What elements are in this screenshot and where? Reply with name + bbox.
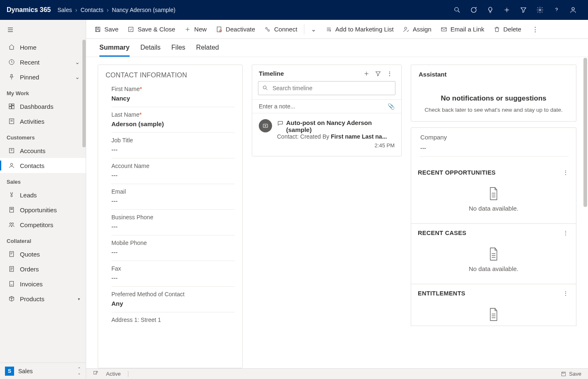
- button-label: Assign: [413, 26, 431, 33]
- tab-files[interactable]: Files: [171, 44, 186, 57]
- connect-button[interactable]: Connect: [264, 26, 297, 33]
- area-switcher[interactable]: S Sales ⌃⌄: [0, 362, 86, 379]
- button-label: Email a Link: [451, 26, 484, 33]
- sidebar-scrollbar[interactable]: [82, 40, 86, 362]
- timeline-card: Timeline ⋮ Enter a note... 📎 Auto-: [252, 65, 402, 156]
- breadcrumb-item[interactable]: Sales: [58, 7, 72, 13]
- breadcrumb-item[interactable]: Contacts: [80, 7, 103, 13]
- sidebar-item-label: Recent: [20, 59, 40, 66]
- overflow-menu[interactable]: ⋮: [532, 26, 538, 33]
- field-value: Nancy: [111, 95, 235, 102]
- popout-icon[interactable]: [93, 370, 99, 377]
- target-icon[interactable]: [465, 0, 482, 20]
- field-fax[interactable]: Fax ---: [111, 261, 235, 287]
- person-icon[interactable]: [565, 0, 581, 20]
- sidebar-item-opportunities[interactable]: Opportunities: [0, 202, 86, 217]
- related-panels: Company --- RECENT OPPORTUNITIES ⋮ No da…: [411, 127, 576, 326]
- paperclip-icon[interactable]: 📎: [388, 103, 395, 110]
- tab-related[interactable]: Related: [196, 44, 219, 57]
- sidebar-item-accounts[interactable]: Accounts: [0, 143, 86, 158]
- timeline-note-input[interactable]: Enter a note... 📎: [252, 99, 401, 113]
- panel-more-button[interactable]: ⋮: [563, 230, 569, 236]
- sidebar-item-leads[interactable]: Leads: [0, 187, 86, 202]
- sidebar-section-title: Sales: [0, 173, 86, 187]
- sidebar-item-dashboards[interactable]: Dashboards: [0, 99, 86, 114]
- status-save-button[interactable]: Save: [561, 371, 581, 377]
- field-last-name[interactable]: Last Name* Aderson (sample): [111, 107, 235, 133]
- timeline-title: Timeline: [259, 70, 284, 77]
- sidebar-item-label: Dashboards: [20, 103, 53, 110]
- timeline-search[interactable]: [258, 81, 395, 95]
- sidebar-item-contacts[interactable]: Contacts: [0, 158, 86, 173]
- field-value: ---: [111, 274, 235, 281]
- new-button[interactable]: New: [184, 26, 207, 33]
- sidebar-item-products[interactable]: Products ▾: [0, 291, 86, 306]
- panel-more-button[interactable]: ⋮: [563, 290, 569, 297]
- sidebar-item-recent[interactable]: Recent ⌄: [0, 55, 86, 70]
- hamburger-icon[interactable]: [0, 20, 86, 40]
- panel-recent-opportunities: RECENT OPPORTUNITIES ⋮ No data available…: [411, 163, 576, 224]
- deactivate-button[interactable]: Deactivate: [216, 26, 255, 33]
- contact-info-card: CONTACT INFORMATION First Name* Nancy La…: [98, 65, 243, 368]
- field-business-phone[interactable]: Business Phone ---: [111, 210, 235, 235]
- document-icon: [488, 307, 499, 321]
- breadcrumb-item[interactable]: Nancy Aderson (sample): [112, 7, 175, 13]
- help-icon[interactable]: [548, 0, 565, 20]
- timeline-search-input[interactable]: [258, 81, 395, 95]
- svg-rect-38: [96, 27, 99, 28]
- field-job-title[interactable]: Job Title ---: [111, 133, 235, 158]
- email-a-link-button[interactable]: Email a Link: [441, 26, 484, 33]
- panel-empty-message: No data available.: [418, 205, 569, 212]
- gear-icon[interactable]: [532, 0, 548, 20]
- connect-dropdown[interactable]: ⌄: [311, 26, 316, 33]
- timeline-item-title: Auto-post on Nancy Aderson (sample): [286, 119, 395, 133]
- timeline-filter-button[interactable]: [372, 70, 384, 77]
- area-badge: S: [5, 367, 14, 376]
- filter-icon[interactable]: [515, 0, 532, 20]
- search-icon[interactable]: [449, 0, 465, 20]
- add-to-marketing-list-button[interactable]: Add to Marketing List: [325, 26, 394, 33]
- field-account-name[interactable]: Account Name ---: [111, 158, 235, 184]
- separator: [128, 371, 128, 377]
- tab-summary[interactable]: Summary: [99, 44, 130, 57]
- timeline-more-button[interactable]: ⋮: [384, 70, 395, 77]
- svg-rect-60: [263, 124, 268, 127]
- timeline-item[interactable]: Auto-post on Nancy Aderson (sample) Cont…: [252, 113, 401, 156]
- field-preferred-contact[interactable]: Preferred Method of Contact Any: [111, 287, 235, 312]
- svg-rect-39: [96, 29, 99, 31]
- tab-details[interactable]: Details: [140, 44, 161, 57]
- field-mobile-phone[interactable]: Mobile Phone ---: [111, 235, 235, 261]
- sidebar-item-home[interactable]: Home: [0, 40, 86, 55]
- sidebar-item-pinned[interactable]: Pinned ⌄: [0, 70, 86, 84]
- field-email[interactable]: Email ---: [111, 184, 235, 210]
- button-label: Connect: [274, 26, 297, 33]
- panel-more-button[interactable]: ⋮: [563, 169, 569, 176]
- sidebar-item-quotes[interactable]: Quotes: [0, 247, 86, 261]
- delete-button[interactable]: Delete: [494, 26, 521, 33]
- svg-rect-15: [12, 106, 14, 109]
- sidebar-item-competitors[interactable]: Competitors: [0, 217, 86, 232]
- sidebar-item-label: Pinned: [20, 74, 39, 81]
- field-first-name[interactable]: First Name* Nancy: [111, 82, 235, 107]
- save-close-button[interactable]: Save & Close: [128, 26, 175, 33]
- sidebar-item-orders[interactable]: Orders: [0, 261, 86, 276]
- area-label: Sales: [18, 368, 33, 374]
- main-scrollbar[interactable]: [583, 58, 588, 368]
- svg-point-27: [10, 223, 11, 224]
- lightbulb-icon[interactable]: [482, 0, 499, 20]
- assign-button[interactable]: Assign: [403, 26, 431, 33]
- company-field[interactable]: Company ---: [411, 127, 576, 163]
- save-button[interactable]: Save: [94, 26, 118, 33]
- svg-point-5: [539, 9, 541, 11]
- field-address-street1[interactable]: Address 1: Street 1: [111, 312, 235, 331]
- field-label: First Name: [111, 86, 140, 92]
- sidebar-item-activities[interactable]: Activities: [0, 114, 86, 129]
- company-label: Company: [420, 134, 569, 141]
- search-icon: [262, 85, 268, 91]
- sidebar-item-invoices[interactable]: Invoices: [0, 276, 86, 291]
- plus-icon[interactable]: [499, 0, 515, 20]
- button-label: Deactivate: [226, 26, 255, 33]
- chevron-right-icon: ›: [75, 7, 77, 13]
- field-value: ---: [111, 249, 235, 256]
- timeline-add-button[interactable]: [361, 70, 372, 77]
